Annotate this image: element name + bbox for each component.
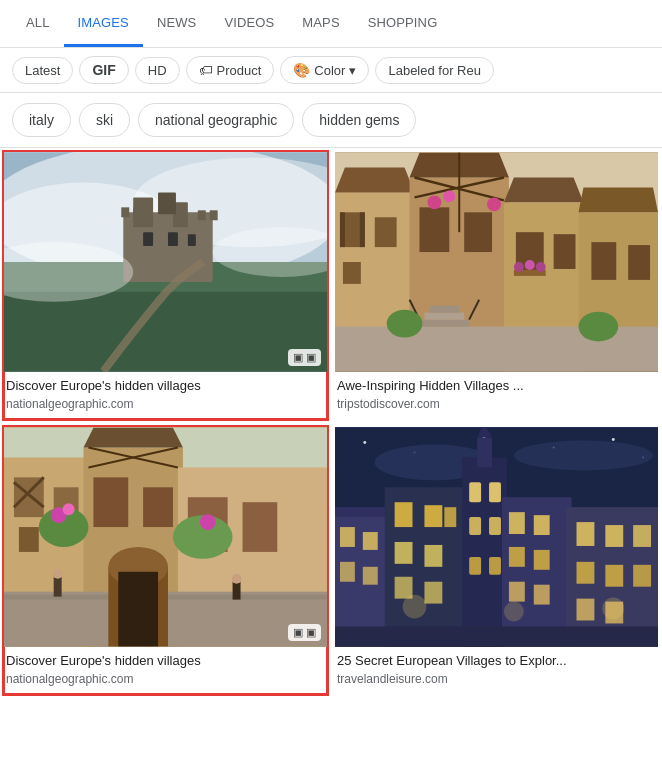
svg-rect-98	[340, 527, 355, 547]
svg-point-38	[63, 503, 75, 515]
svg-rect-99	[363, 532, 378, 550]
image-overlay-icon-2: ▣▣	[288, 624, 321, 641]
color-dropdown-icon: ▾	[349, 63, 356, 78]
svg-rect-109	[424, 582, 442, 604]
filter-latest[interactable]: Latest	[12, 57, 73, 84]
svg-point-136	[403, 595, 427, 619]
svg-point-138	[602, 598, 624, 620]
svg-rect-105	[444, 507, 456, 527]
suggestion-label: ski	[96, 112, 113, 128]
svg-point-48	[232, 574, 242, 584]
svg-point-86	[578, 312, 618, 342]
svg-rect-10	[121, 207, 129, 217]
svg-point-66	[487, 197, 501, 211]
svg-rect-28	[143, 487, 173, 527]
svg-rect-104	[424, 505, 442, 527]
svg-rect-52	[375, 217, 397, 247]
hd-label: HD	[148, 63, 167, 78]
image-info-1: Discover Europe's hidden villages nation…	[4, 372, 327, 419]
labeled-label: Labeled for Reu	[388, 63, 481, 78]
filter-gif[interactable]: GIF	[79, 56, 128, 84]
suggestion-ski[interactable]: ski	[79, 103, 130, 137]
svg-rect-60	[464, 212, 492, 252]
image-info-3: Awe-Inspiring Hidden Villages ... tripst…	[335, 372, 658, 419]
image-col-right: Awe-Inspiring Hidden Villages ... tripst…	[331, 148, 662, 698]
filter-bar: Latest GIF HD 🏷 Product 🎨 Color ▾ Labele…	[0, 48, 662, 93]
suggestion-hidden-gems[interactable]: hidden gems	[302, 103, 416, 137]
svg-rect-120	[509, 512, 525, 534]
svg-rect-15	[168, 232, 178, 246]
svg-marker-72	[578, 187, 658, 212]
svg-rect-117	[469, 557, 481, 575]
svg-point-46	[53, 569, 63, 579]
svg-rect-74	[628, 245, 650, 280]
svg-point-78	[536, 262, 546, 272]
svg-marker-29	[84, 428, 183, 448]
product-label: Product	[217, 63, 262, 78]
svg-rect-55	[340, 212, 345, 247]
image-title-1: Discover Europe's hidden villages	[6, 378, 325, 395]
filter-color[interactable]: 🎨 Color ▾	[280, 56, 369, 84]
tab-videos[interactable]: VIDEOS	[210, 0, 288, 47]
svg-point-65	[443, 190, 455, 202]
svg-rect-100	[340, 562, 355, 582]
color-icon: 🎨	[293, 62, 310, 78]
filter-hd[interactable]: HD	[135, 57, 180, 84]
svg-rect-107	[424, 545, 442, 567]
tab-shopping[interactable]: SHOPPING	[354, 0, 452, 47]
image-col-left: ▣▣ Discover Europe's hidden villages nat…	[0, 148, 331, 698]
svg-rect-11	[133, 207, 141, 217]
svg-marker-54	[335, 168, 415, 193]
svg-rect-59	[419, 207, 449, 252]
nav-tabs: ALL IMAGES NEWS VIDEOS MAPS SHOPPING	[0, 0, 662, 48]
image-title-3: Awe-Inspiring Hidden Villages ...	[337, 378, 656, 395]
image-source-2: nationalgeographic.com	[6, 672, 325, 686]
svg-rect-129	[633, 525, 651, 547]
suggestion-italy[interactable]: italy	[12, 103, 71, 137]
svg-rect-27	[93, 477, 128, 527]
image-source-3: tripstodiscover.com	[337, 397, 656, 411]
svg-rect-106	[395, 542, 413, 564]
svg-rect-23	[19, 527, 39, 552]
svg-rect-118	[489, 557, 501, 575]
product-icon: 🏷	[199, 62, 213, 78]
suggestion-label: italy	[29, 112, 54, 128]
svg-marker-68	[504, 178, 584, 203]
svg-rect-125	[534, 585, 550, 605]
tab-all[interactable]: ALL	[12, 0, 64, 47]
image-info-2: Discover Europe's hidden villages nation…	[4, 647, 327, 694]
svg-rect-101	[363, 567, 378, 585]
tab-images[interactable]: IMAGES	[64, 0, 143, 47]
svg-rect-47	[233, 582, 241, 600]
svg-rect-116	[489, 517, 501, 535]
latest-label: Latest	[25, 63, 60, 78]
image-card-4[interactable]: 25 Secret European Villages to Explor...…	[335, 427, 658, 694]
image-source-4: travelandleisure.com	[337, 672, 656, 686]
svg-rect-53	[343, 262, 361, 284]
tab-news[interactable]: NEWS	[143, 0, 211, 47]
svg-rect-70	[554, 234, 576, 269]
filter-labeled[interactable]: Labeled for Reu	[375, 57, 494, 84]
suggestion-national-geographic[interactable]: national geographic	[138, 103, 294, 137]
svg-rect-111	[477, 438, 492, 468]
image-grid: ▣▣ Discover Europe's hidden villages nat…	[0, 148, 662, 698]
svg-point-39	[200, 514, 216, 530]
svg-rect-124	[509, 582, 525, 602]
filter-product[interactable]: 🏷 Product	[186, 56, 275, 84]
svg-rect-13	[210, 210, 218, 220]
svg-rect-108	[395, 577, 413, 599]
image-card-1[interactable]: ▣▣ Discover Europe's hidden villages nat…	[4, 152, 327, 419]
image-card-3[interactable]: Awe-Inspiring Hidden Villages ... tripst…	[335, 152, 658, 419]
image-title-4: 25 Secret European Villages to Explor...	[337, 653, 656, 670]
svg-rect-82	[429, 306, 459, 313]
tab-maps[interactable]: MAPS	[288, 0, 353, 47]
svg-point-92	[612, 438, 615, 441]
image-card-2[interactable]: ▣▣ Discover Europe's hidden villages nat…	[4, 427, 327, 694]
image-info-4: 25 Secret European Villages to Explor...…	[335, 647, 658, 694]
image-title-2: Discover Europe's hidden villages	[6, 653, 325, 670]
svg-rect-130	[577, 562, 595, 584]
svg-rect-5	[4, 292, 327, 372]
suggestion-label: hidden gems	[319, 112, 399, 128]
svg-point-77	[525, 260, 535, 270]
svg-rect-131	[605, 565, 623, 587]
